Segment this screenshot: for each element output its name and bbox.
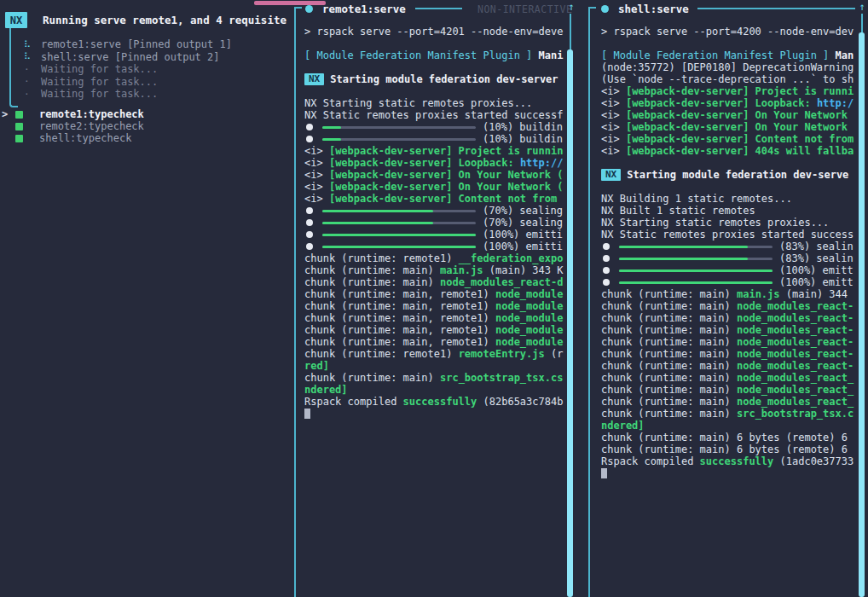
nx-logo-badge: NX <box>5 12 27 28</box>
terminal-line: (100%) emitti <box>304 241 570 252</box>
terminal-line: NX Static remotes proxies started succes… <box>601 229 858 241</box>
terminal-line: (83%) sealin <box>601 252 858 264</box>
terminal-line: (Use `node --trace-deprecation ...` to s… <box>601 73 858 85</box>
task-item[interactable]: ⠧shell:serve [Pinned output 2] <box>0 51 290 64</box>
task-item[interactable]: ·Waiting for task... <box>0 63 290 76</box>
line-text: node_modules_react-d <box>440 276 564 288</box>
spinner-icon: ⠧ <box>24 39 41 50</box>
nx-terminal-screen: NX Running serve remote1, and 4 requisit… <box>0 0 868 597</box>
terminal-line: > rspack serve --port=4201 --node-env=de… <box>304 26 570 38</box>
line-text: chunk (runtime: main) <box>304 372 440 384</box>
progress-bullet-icon <box>306 136 313 142</box>
task-label: remote1:serve [Pinned output 1] <box>41 38 232 50</box>
line-text: chunk (runtime: main) <box>304 264 440 276</box>
progress-bar <box>619 246 773 248</box>
scroll-up-icon[interactable]: ↑ <box>856 1 868 13</box>
line-text: [webpack-dev-server] Loopback: <box>626 97 817 109</box>
line-text: (main) 344 <box>780 288 848 300</box>
scrollbar-track[interactable] <box>861 14 863 32</box>
pane-left-border <box>294 7 296 597</box>
scrollbar-track[interactable] <box>570 14 571 49</box>
progress-bullet-icon <box>306 219 313 226</box>
line-text: chunk (runtime: main, remote1) <box>304 312 495 324</box>
progress-label: (100%) emitt <box>779 264 854 276</box>
line-text: NX Static remotes proxies started succes… <box>601 229 854 241</box>
line-text: main.js <box>440 264 483 276</box>
pane-status-icon <box>601 5 609 13</box>
terminal-line: chunk (runtime: main) node_modules_react… <box>304 276 570 288</box>
scroll-up-icon[interactable]: ↑ <box>565 1 577 13</box>
selection-caret: > <box>2 108 15 120</box>
nx-chip: NX <box>304 73 324 85</box>
task-item[interactable]: ·Waiting for task... <box>0 88 290 101</box>
line-text <box>829 49 835 61</box>
typecheck-item[interactable]: >remote1:typecheck <box>0 108 290 120</box>
terminal-line: chunk (runtime: main) src_bootstrap_tsx.… <box>601 408 858 420</box>
terminal-line: (100%) emitt <box>601 264 858 276</box>
line-text: chunk (runtime: main) <box>601 312 737 324</box>
progress-fill <box>322 246 476 248</box>
terminal-line: ndered] <box>601 420 858 432</box>
line-text: [webpack-dev-server] On Your Network <box>626 109 848 121</box>
line-text: node_module <box>495 336 563 348</box>
line-text: <i> <box>601 145 626 157</box>
typecheck-item[interactable]: remote2:typecheck <box>0 120 290 132</box>
terminal-line <box>601 181 858 193</box>
line-text: <i> <box>601 133 626 145</box>
line-text: NX Built 1 static remotes <box>601 205 755 217</box>
line-text: node_modules_react- <box>737 360 854 372</box>
terminal-line: [ Module Federation Manifest Plugin ] Ma… <box>601 49 858 61</box>
terminal-line <box>304 408 570 420</box>
line-text: (main) 343 K <box>483 264 564 276</box>
line-text: successfully <box>700 455 774 467</box>
terminal-line: NX Starting static remotes proxies... <box>601 217 858 229</box>
terminal-line: NX Building 1 static remotes... <box>601 193 858 205</box>
progress-bar <box>619 270 773 272</box>
terminal-line: chunk (runtime: main, remote1) node_modu… <box>304 288 570 300</box>
typecheck-item[interactable]: shell:typecheck <box>0 132 290 144</box>
terminal-line: <i> [webpack-dev-server] On Your Network… <box>304 181 570 193</box>
status-square-icon <box>15 123 23 130</box>
task-item[interactable]: ⠧remote1:serve [Pinned output 1] <box>0 38 290 51</box>
terminal-line: NX Static remotes proxies started succes… <box>304 109 570 121</box>
line-text: (node:35772) [DEP0180] DeprecationWarnin… <box>601 61 854 73</box>
line-text: Starting module federation dev-serve <box>627 169 848 181</box>
line-text: Starting module federation dev-server <box>330 73 558 85</box>
line-text: Rspack compiled <box>601 455 700 467</box>
line-text: chunk (runtime: main) 6 bytes (remote) 6 <box>601 432 848 443</box>
line-text: chunk (runtime: main, remote1) <box>304 336 495 348</box>
line-text: node_modules_react- <box>737 336 854 348</box>
task-label: shell:serve [Pinned output 2] <box>41 51 220 63</box>
line-text: chunk (runtime: main) <box>304 276 440 288</box>
line-text: [webpack-dev-server] On Your Network ( <box>329 181 564 193</box>
terminal-line: NX Starting static remotes proxies... <box>304 97 570 109</box>
terminal-line: NXStarting module federation dev-server <box>304 73 570 85</box>
line-text: [ Module Federation Manifest Plugin ] <box>601 49 829 61</box>
line-text: <i> <box>601 85 626 97</box>
line-text: red] <box>304 360 329 372</box>
task-item[interactable]: ·Waiting for task... <box>0 76 290 89</box>
terminal-line: NXStarting module federation dev-serve <box>601 169 858 181</box>
line-text: chunk (runtime: main) <box>601 384 737 396</box>
line-text: chunk (runtime: main, remote1) <box>304 300 495 312</box>
terminal-line: chunk (runtime: main) node_modules_react… <box>601 384 858 396</box>
line-text: <i> <box>304 157 329 169</box>
line-text: > rspack serve --port=4200 --node-env=de… <box>601 26 854 38</box>
line-text: <i> <box>601 109 626 121</box>
terminal-line: ndered] <box>304 384 570 396</box>
line-text: [webpack-dev-server] Loopback: <box>329 157 520 169</box>
terminal-line: (node:35772) [DEP0180] DeprecationWarnin… <box>601 61 858 73</box>
line-text: src_bootstrap_tsx.cs <box>440 372 564 384</box>
terminal-cursor <box>304 409 310 419</box>
line-text: Man <box>836 49 854 61</box>
line-text: successfully <box>403 396 477 408</box>
terminal-line: chunk (runtime: main) node_modules_react… <box>601 360 858 372</box>
header-rule <box>697 8 855 9</box>
terminal-line: <i> [webpack-dev-server] Content not fro… <box>601 133 858 145</box>
line-text: (1adc0e37733 <box>773 455 854 467</box>
line-text: [webpack-dev-server] Content not from <box>626 133 854 145</box>
progress-bullet-icon <box>306 231 313 238</box>
pane-top-border <box>294 7 302 9</box>
scrollbar-thumb[interactable] <box>567 49 573 597</box>
scrollbar-thumb[interactable] <box>859 32 865 597</box>
